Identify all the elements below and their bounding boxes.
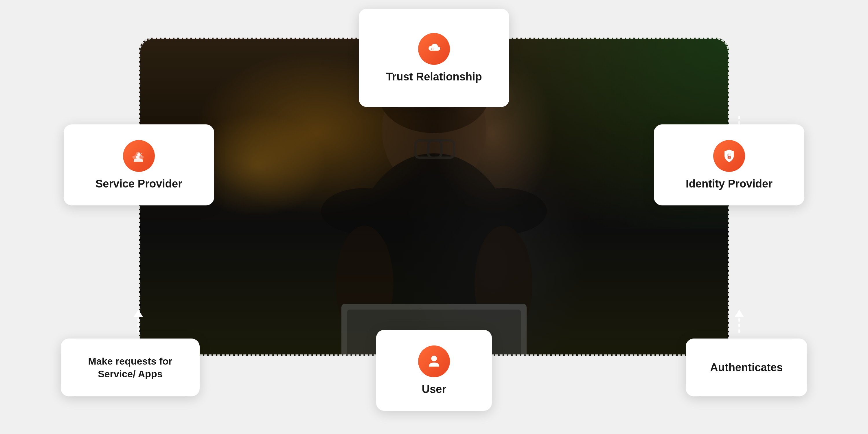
svg-marker-24 — [735, 310, 744, 317]
service-provider-card: Service Provider — [64, 124, 214, 206]
user-label: User — [422, 383, 446, 396]
service-provider-label: Service Provider — [95, 178, 182, 190]
user-card: User — [376, 330, 492, 411]
svg-point-14 — [431, 48, 433, 50]
make-requests-label: Make requests for Service/ Apps — [72, 355, 188, 380]
arrow-up-left — [130, 310, 147, 333]
authenticates-label: Authenticates — [710, 361, 783, 374]
gear-hand-icon — [131, 148, 147, 164]
authenticates-card: Authenticates — [686, 339, 807, 396]
person-icon-container — [418, 345, 450, 377]
svg-point-18 — [728, 157, 730, 158]
svg-point-19 — [431, 355, 437, 361]
identity-provider-card: Identity Provider — [654, 124, 804, 206]
gear-hand-icon-container — [123, 140, 155, 172]
person-icon — [426, 353, 442, 370]
trust-relationship-label: Trust Relationship — [386, 71, 482, 83]
identity-provider-label: Identity Provider — [686, 178, 773, 190]
shield-lock-icon-container — [713, 140, 745, 172]
trust-relationship-card: Trust Relationship — [359, 9, 509, 107]
svg-marker-22 — [134, 310, 143, 317]
main-scene: Trust Relationship Service Provider — [58, 14, 810, 420]
make-requests-card: Make requests for Service/ Apps — [61, 339, 199, 396]
cloud-key-icon-container — [418, 33, 450, 65]
cloud-key-icon — [426, 41, 442, 57]
shield-lock-icon — [721, 148, 737, 164]
arrow-up-right — [731, 310, 748, 333]
